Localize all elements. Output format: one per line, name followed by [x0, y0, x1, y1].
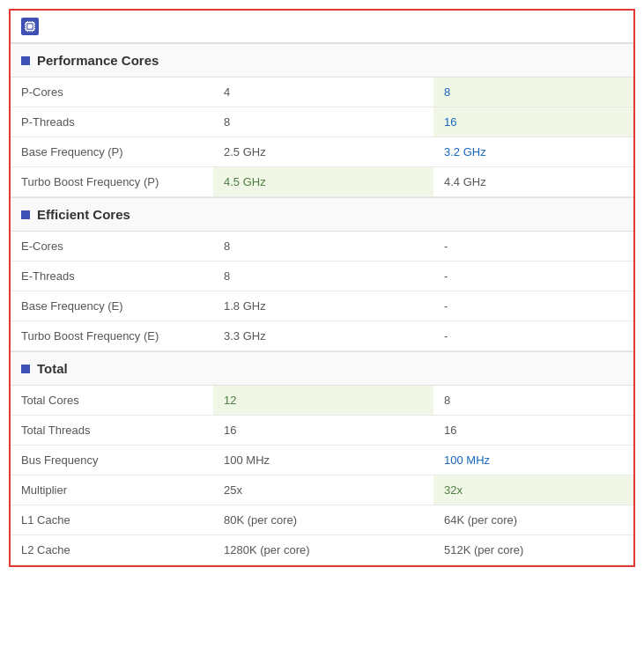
- row-label: Turbo Boost Frequency (E): [11, 321, 213, 351]
- row-col1: 16: [213, 416, 433, 446]
- cpu-panel: Performance Cores P-Cores48P-Threads816B…: [9, 9, 635, 567]
- row-col1: 2.5 GHz: [213, 137, 433, 167]
- row-col2: 64K (per core): [433, 505, 633, 535]
- row-label: E-Cores: [11, 232, 213, 262]
- row-col1: 80K (per core): [213, 505, 433, 535]
- section-header-total: Total: [11, 351, 633, 386]
- section-header-efficient-cores: Efficient Cores: [11, 197, 633, 232]
- row-col1: 25x: [213, 475, 433, 505]
- table-row: Multiplier25x32x: [11, 475, 633, 505]
- section-title: Total: [37, 361, 68, 376]
- row-label: Multiplier: [11, 475, 213, 505]
- table-efficient-cores: E-Cores8-E-Threads8-Base Frequency (E)1.…: [11, 232, 633, 351]
- table-row: Base Frequency (E)1.8 GHz-: [11, 291, 633, 321]
- row-col1: 100 MHz: [213, 446, 433, 475]
- row-col1: 4.5 GHz: [213, 167, 433, 197]
- row-label: Base Frequency (P): [11, 137, 213, 167]
- row-col1: 1.8 GHz: [213, 291, 433, 321]
- row-col1: 4: [213, 77, 433, 107]
- row-label: Total Threads: [11, 416, 213, 446]
- row-col2: 100 MHz: [433, 446, 633, 475]
- table-row: Turbo Boost Frequency (P)4.5 GHz4.4 GHz: [11, 167, 633, 197]
- table-row: Total Cores128: [11, 386, 633, 416]
- table-row: Total Threads1616: [11, 416, 633, 446]
- svg-rect-1: [27, 24, 32, 28]
- cpu-icon: [21, 18, 39, 35]
- table-row: Turbo Boost Frequency (E)3.3 GHz-: [11, 321, 633, 351]
- row-col2: -: [433, 262, 633, 291]
- row-col2: 8: [433, 386, 633, 416]
- table-row: P-Cores48: [11, 77, 633, 107]
- row-label: L1 Cache: [11, 505, 213, 535]
- row-col1: 1280K (per core): [213, 535, 433, 565]
- row-col1: 3.3 GHz: [213, 321, 433, 351]
- row-col2: -: [433, 291, 633, 321]
- table-row: L2 Cache1280K (per core)512K (per core): [11, 535, 633, 565]
- section-marker: [21, 56, 30, 65]
- row-label: Turbo Boost Frequency (P): [11, 167, 213, 197]
- row-label: Bus Frequency: [11, 446, 213, 475]
- row-col2: -: [433, 321, 633, 351]
- row-col2: 16: [433, 416, 633, 446]
- row-col2: 4.4 GHz: [433, 167, 633, 197]
- section-marker: [21, 365, 30, 373]
- title-bar: [11, 11, 633, 43]
- row-col2: 3.2 GHz: [433, 137, 633, 167]
- row-col2: 16: [433, 107, 633, 137]
- table-row: E-Cores8-: [11, 232, 633, 262]
- table-row: P-Threads816: [11, 107, 633, 137]
- sections-container: Performance Cores P-Cores48P-Threads816B…: [11, 43, 633, 565]
- row-col1: 8: [213, 107, 433, 137]
- row-col2: 512K (per core): [433, 535, 633, 565]
- section-marker: [21, 210, 30, 219]
- row-label: L2 Cache: [11, 535, 213, 565]
- row-col2: 32x: [433, 475, 633, 505]
- row-col1: 8: [213, 232, 433, 262]
- row-label: P-Cores: [11, 77, 213, 107]
- table-row: L1 Cache80K (per core)64K (per core): [11, 505, 633, 535]
- row-label: E-Threads: [11, 262, 213, 291]
- table-total: Total Cores128Total Threads1616Bus Frequ…: [11, 386, 633, 565]
- row-label: P-Threads: [11, 107, 213, 137]
- row-col2: 8: [433, 77, 633, 107]
- row-col1: 12: [213, 386, 433, 416]
- row-label: Total Cores: [11, 386, 213, 416]
- table-row: Base Frequency (P)2.5 GHz3.2 GHz: [11, 137, 633, 167]
- row-label: Base Frequency (E): [11, 291, 213, 321]
- row-col1: 8: [213, 262, 433, 291]
- table-row: E-Threads8-: [11, 262, 633, 291]
- section-title: Efficient Cores: [37, 207, 130, 222]
- table-performance-cores: P-Cores48P-Threads816Base Frequency (P)2…: [11, 77, 633, 197]
- section-header-performance-cores: Performance Cores: [11, 43, 633, 77]
- row-col2: -: [433, 232, 633, 262]
- table-row: Bus Frequency100 MHz100 MHz: [11, 446, 633, 475]
- section-title: Performance Cores: [37, 53, 159, 68]
